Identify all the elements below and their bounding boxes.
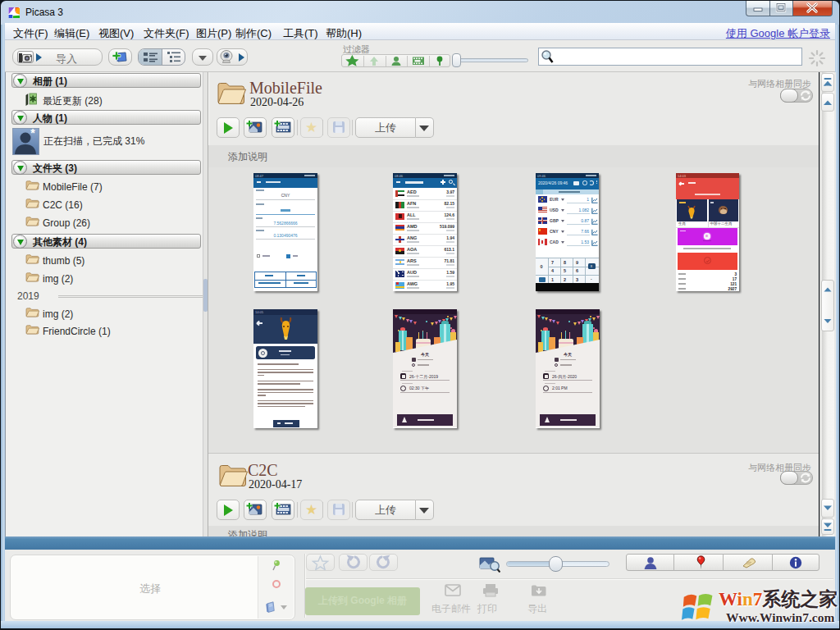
svg-text:*: * [30,129,35,139]
